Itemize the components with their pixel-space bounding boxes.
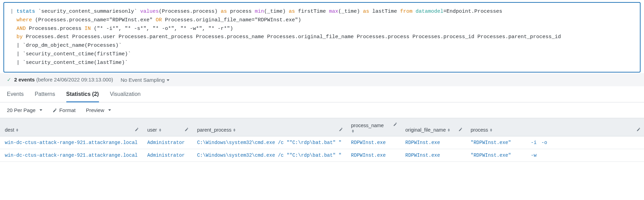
sort-icon (159, 129, 161, 132)
event-count: ✓ 2 events (before 24/06/2022 09:13:13.0… (7, 77, 113, 83)
statistics-toolbar: 20 Per Page Format Preview (0, 102, 644, 118)
cell-dest[interactable]: win-dc-ctus-attack-range-921.attackrange… (0, 136, 142, 149)
result-tabs: Events Patterns Statistics (2) Visualiza… (0, 86, 644, 102)
tab-events[interactable]: Events (7, 91, 24, 102)
column-edit-icon[interactable] (185, 127, 189, 133)
chevron-down-icon (40, 109, 42, 111)
event-sampling-dropdown[interactable]: No Event Sampling (121, 77, 169, 83)
sort-icon (352, 130, 354, 133)
cell-original-file-name[interactable]: RDPWInst.exe (401, 149, 466, 162)
per-page-dropdown[interactable]: 20 Per Page (7, 107, 42, 113)
column-edit-icon[interactable] (135, 127, 139, 133)
cell-user[interactable]: Administrator (142, 136, 192, 149)
chevron-down-icon (167, 79, 169, 81)
cell-original-file-name[interactable]: RDPWInst.exe (401, 136, 466, 149)
format-button[interactable]: Format (53, 107, 76, 113)
cell-parent-process[interactable]: C:\Windows\system32\cmd.exe /c ""C:\rdp\… (192, 136, 346, 149)
col-header-parent-process[interactable]: parent_process (192, 118, 346, 136)
cell-user[interactable]: Administrator (142, 149, 192, 162)
column-edit-icon[interactable] (393, 122, 397, 127)
chevron-down-icon (108, 109, 111, 111)
tab-statistics[interactable]: Statistics (2) (66, 91, 99, 102)
cell-dest[interactable]: win-dc-ctus-attack-range-921.attackrange… (0, 149, 142, 162)
statistics-table: dest user parent_process proce (0, 118, 644, 162)
col-header-process[interactable]: process (466, 118, 644, 136)
col-header-original-file-name[interactable]: original_file_name (401, 118, 466, 136)
cell-process[interactable]: "RDPWInst.exe" (466, 149, 526, 162)
event-time-range: (before 24/06/2022 09:13:13.000) (35, 77, 113, 82)
search-query-editor[interactable]: | tstats `security_content_summariesonly… (3, 2, 641, 73)
cell-parent-process[interactable]: C:\Windows\system32\cmd.exe /c ""C:\rdp\… (192, 149, 346, 162)
sort-icon (490, 129, 492, 132)
cell-process[interactable]: "RDPWInst.exe" (466, 136, 526, 149)
column-edit-icon[interactable] (458, 127, 463, 133)
event-count-number: 2 events (14, 77, 35, 82)
tab-visualization[interactable]: Visualization (110, 91, 141, 102)
sort-icon (448, 129, 450, 132)
cell-process-name[interactable]: RDPWInst.exe (346, 136, 401, 149)
col-header-user[interactable]: user (142, 118, 192, 136)
column-edit-icon[interactable] (636, 127, 641, 133)
table-row: win-dc-ctus-attack-range-921.attackrange… (0, 149, 644, 162)
pencil-icon (53, 108, 57, 112)
tab-patterns[interactable]: Patterns (35, 91, 55, 102)
cell-process-name[interactable]: RDPWInst.exe (346, 149, 401, 162)
sort-icon (16, 129, 18, 132)
sort-icon (233, 129, 235, 132)
cell-process-flags[interactable]: -i-o (526, 136, 644, 149)
results-summary-bar: ✓ 2 events (before 24/06/2022 09:13:13.0… (0, 73, 644, 86)
col-header-process-name[interactable]: process_name (346, 118, 401, 136)
column-edit-icon[interactable] (339, 127, 343, 133)
col-header-dest[interactable]: dest (0, 118, 142, 136)
preview-dropdown[interactable]: Preview (86, 107, 111, 113)
check-icon: ✓ (7, 77, 11, 82)
table-row: win-dc-ctus-attack-range-921.attackrange… (0, 136, 644, 149)
cell-process-flags[interactable]: -w (526, 149, 644, 162)
